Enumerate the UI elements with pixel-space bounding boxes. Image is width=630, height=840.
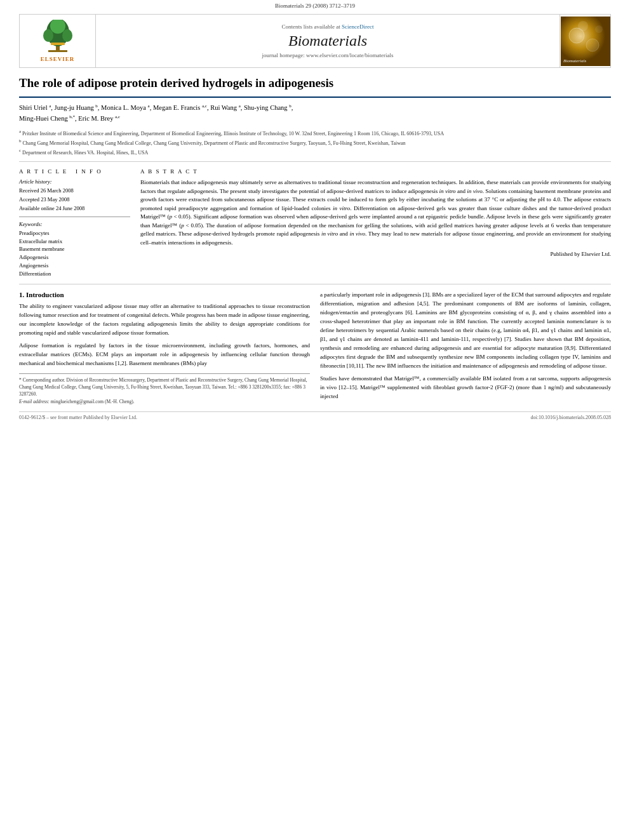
intro-para-1: The ability to engineer vascularized adi…	[19, 302, 310, 338]
journal-header-center: Contents lists available at ScienceDirec…	[96, 15, 560, 67]
keyword-angiogenesis: Angiogenesis	[19, 262, 130, 270]
introduction-heading: 1. Introduction	[19, 291, 310, 298]
keyword-preadipocytes: Preadipocytes	[19, 229, 130, 237]
elsevier-text: ELSEVIER	[41, 56, 75, 62]
keywords-label: Keywords:	[19, 221, 130, 227]
svg-rect-1	[48, 50, 67, 52]
affiliation-b: b Chang Gang Memorial Hospital, Chang Ga…	[19, 138, 611, 147]
article-info-section-label: A R T I C L E I N F O	[19, 168, 130, 175]
elsevier-tree-icon	[36, 20, 80, 55]
elsevier-logo-area: ELSEVIER	[20, 15, 96, 67]
right-para-2: Studies have demonstrated that Matrigel™…	[320, 375, 611, 401]
journal-title: Biomaterials	[288, 32, 367, 50]
right-body-text: a particularly important role in adipoge…	[320, 291, 611, 401]
abstract-paragraph: Biomaterials that induce adipogenesis ma…	[140, 178, 611, 247]
abstract-column: A B S T R A C T Biomaterials that induce…	[140, 168, 611, 277]
accepted-date: Accepted 23 May 2008	[19, 196, 130, 204]
affiliations-block: a Pritzker Institute of Biomedical Scien…	[19, 128, 611, 162]
journal-cover-pattern: Biomaterials	[561, 17, 610, 66]
keyword-adipogenesis: Adipogenesis	[19, 253, 130, 262]
svg-point-4	[62, 29, 72, 42]
svg-point-3	[43, 29, 53, 42]
footer-bar: 0142-9612/$ – see front matter Published…	[19, 411, 611, 420]
svg-text:Biomaterials: Biomaterials	[563, 58, 586, 63]
footnote-corresponding: * Corresponding author. Division of Reco…	[19, 377, 310, 398]
affiliation-c: c Department of Research, Hines VA. Hosp…	[19, 147, 611, 157]
received-date: Received 26 March 2008	[19, 187, 130, 195]
author-shiri: Shiri Uriel a, Jung-ju Huang b, Monica L…	[19, 104, 293, 111]
journal-cover-image: Biomaterials	[561, 17, 610, 66]
citation-text: Biomaterials 29 (2008) 3712–3719	[275, 3, 355, 9]
main-right-column: a particularly important role in adipoge…	[320, 291, 611, 405]
journal-homepage: journal homepage: www.elsevier.com/locat…	[262, 52, 394, 58]
sciencedirect-link[interactable]: ScienceDirect	[342, 23, 373, 30]
right-para-1: a particularly important role in adipoge…	[320, 291, 611, 370]
paper-title: The role of adipose protein derived hydr…	[19, 76, 611, 98]
abstract-section-label: A B S T R A C T	[140, 168, 611, 175]
journal-thumbnail: Biomaterials	[560, 15, 610, 67]
footer-issn: 0142-9612/$ – see front matter Published…	[19, 415, 137, 420]
svg-rect-6	[51, 43, 65, 45]
keyword-ecm: Extracellular matrix	[19, 237, 130, 246]
svg-point-10	[578, 21, 588, 31]
keyword-basement: Basement membrane	[19, 245, 130, 253]
keyword-differentiation: Differentiation	[19, 270, 130, 278]
svg-point-9	[586, 39, 599, 51]
introduction-body: The ability to engineer vascularized adi…	[19, 302, 310, 368]
article-info-abstract-section: A R T I C L E I N F O Article history: R…	[19, 168, 611, 284]
footer-doi: doi:10.1016/j.biomaterials.2008.05.028	[531, 415, 611, 420]
intro-para-2: Adipose formation is regulated by factor…	[19, 342, 310, 368]
published-by: Published by Elsevier Ltd.	[140, 251, 611, 257]
svg-point-11	[595, 25, 603, 33]
article-info-column: A R T I C L E I N F O Article history: R…	[19, 168, 130, 277]
article-body: The role of adipose protein derived hydr…	[19, 68, 611, 405]
footnote-email: E-mail address: minglueicheng@gmail.com …	[19, 398, 310, 405]
available-date: Available online 24 June 2008	[19, 205, 130, 213]
main-left-column: 1. Introduction The ability to engineer …	[19, 291, 310, 405]
footnote-section: * Corresponding author. Division of Reco…	[19, 373, 310, 405]
author-ming: Ming-Huei Cheng b,*, Eric M. Brey a,c	[19, 115, 120, 122]
abstract-text: Biomaterials that induce adipogenesis ma…	[140, 178, 611, 247]
journal-header: ELSEVIER Contents lists available at Sci…	[19, 14, 611, 68]
history-label: Article history:	[19, 178, 130, 185]
main-text-section: 1. Introduction The ability to engineer …	[19, 291, 611, 405]
citation-bar: Biomaterials 29 (2008) 3712–3719	[0, 0, 630, 10]
affiliation-a: a Pritzker Institute of Biomedical Scien…	[19, 128, 611, 138]
elsevier-logo: ELSEVIER	[36, 20, 80, 62]
sciencedirect-line: Contents lists available at ScienceDirec…	[282, 23, 374, 30]
authors-line: Shiri Uriel a, Jung-ju Huang b, Monica L…	[19, 103, 611, 125]
divider	[19, 217, 130, 217]
page: Biomaterials 29 (2008) 3712–3719	[0, 0, 630, 840]
